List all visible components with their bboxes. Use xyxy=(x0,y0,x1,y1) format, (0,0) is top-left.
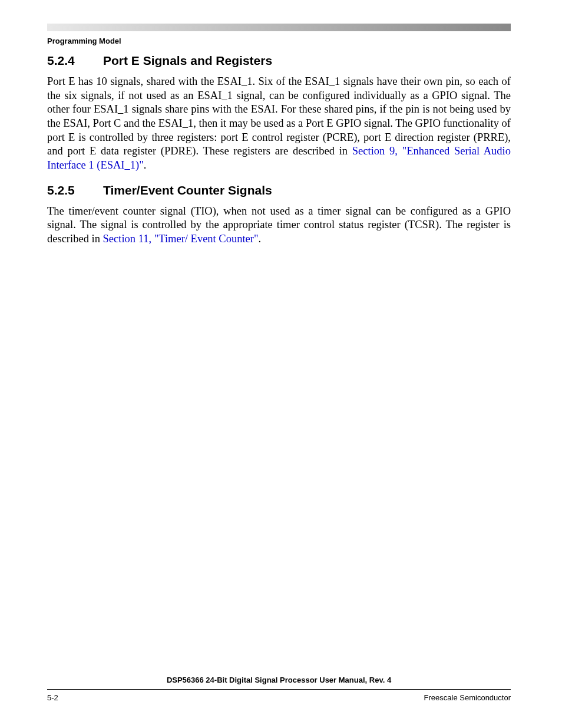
page-content: Programming Model 5.2.4 Port E Signals a… xyxy=(47,37,511,257)
header-gradient-bar xyxy=(47,24,511,31)
footer-row: 5-2 Freescale Semiconductor xyxy=(47,693,511,702)
section-body-525: The timer/event counter signal (TIO), wh… xyxy=(47,205,511,246)
section-heading-525: 5.2.5 Timer/Event Counter Signals xyxy=(47,183,511,197)
section-number: 5.2.5 xyxy=(47,183,103,197)
body-text-post: . xyxy=(259,233,262,245)
section-title: Port E Signals and Registers xyxy=(103,54,272,68)
section-title: Timer/Event Counter Signals xyxy=(103,183,272,197)
running-header: Programming Model xyxy=(47,37,511,45)
footer-rule xyxy=(47,689,511,690)
body-text-post: . xyxy=(144,159,147,171)
section-number: 5.2.4 xyxy=(47,54,103,68)
company-name: Freescale Semiconductor xyxy=(424,693,511,702)
cross-reference-link[interactable]: Section 11, "Timer/ Event Counter" xyxy=(103,233,259,245)
page-number: 5-2 xyxy=(47,693,58,702)
footer-doc-title: DSP56366 24-Bit Digital Signal Processor… xyxy=(47,676,511,684)
section-body-524: Port E has 10 signals, shared with the E… xyxy=(47,75,511,173)
page-footer: DSP56366 24-Bit Digital Signal Processor… xyxy=(47,676,511,702)
section-heading-524: 5.2.4 Port E Signals and Registers xyxy=(47,54,511,68)
